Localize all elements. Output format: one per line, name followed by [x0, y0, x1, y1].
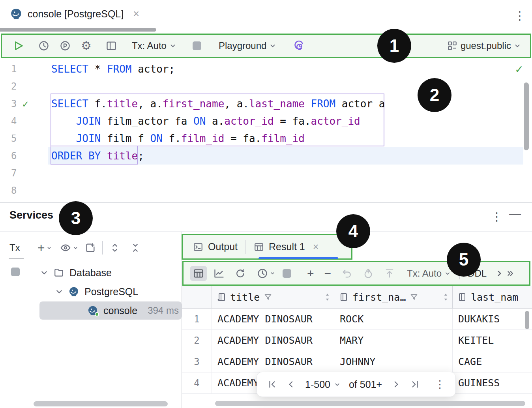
playground-label: Playground [219, 40, 266, 51]
chevron-right-icon[interactable] [495, 270, 503, 277]
code-line[interactable] [51, 165, 385, 182]
history-icon[interactable] [38, 40, 49, 51]
schema-icon [447, 41, 457, 51]
expand-all-icon[interactable] [109, 242, 120, 253]
horizontal-scrollbar-left[interactable] [34, 401, 168, 406]
code-line[interactable]: SELECT f.title, a.first_name, a.last_nam… [51, 95, 385, 112]
grid-view-icon[interactable] [190, 266, 207, 281]
sql-editor[interactable]: 123✓45678 SELECT * FROM actor;SELECT f.t… [0, 58, 532, 202]
minimize-icon[interactable]: — [509, 207, 521, 220]
kebab-menu-icon[interactable]: ⋮ [514, 9, 526, 22]
tab-output[interactable]: Output [193, 241, 238, 253]
collapse-all-icon[interactable] [130, 242, 141, 253]
column-header-title[interactable]: title [212, 286, 334, 308]
table-scrollbar[interactable] [525, 311, 529, 329]
chevron-down-icon [445, 271, 450, 276]
cell-title[interactable]: ACADEMY DINOSAUR [212, 330, 334, 351]
cell-last-name[interactable]: DUKAKIS [452, 309, 532, 329]
explain-plan-icon[interactable] [60, 40, 71, 51]
callout-3: 3 [59, 201, 93, 235]
code-line[interactable] [51, 182, 385, 199]
column-header-last-name[interactable]: last_nam [452, 286, 532, 308]
tab-result-1[interactable]: Result 1 × [254, 241, 318, 253]
callout-5: 5 [447, 243, 481, 277]
tx-filter-dropdown[interactable]: Tx [9, 242, 20, 253]
status-square [11, 268, 20, 276]
column-icon [457, 292, 467, 302]
cell-title[interactable]: ACADEMY DINOSAUR [212, 309, 334, 329]
chevron-down-icon [514, 43, 521, 49]
tx-mode-label: Tx: Auto [407, 268, 442, 279]
tx-mode-dropdown[interactable]: Tx: Auto [132, 40, 176, 51]
code-line[interactable] [51, 78, 385, 95]
column-header-first-name[interactable]: first_na… [334, 286, 452, 308]
chevron-down-icon[interactable] [40, 269, 48, 277]
close-icon[interactable]: × [133, 9, 139, 19]
editor-scrollbar[interactable] [524, 82, 529, 150]
stop-button[interactable] [193, 41, 201, 50]
schedule-icon[interactable] [257, 268, 268, 279]
kebab-menu-icon[interactable]: ⋮ [435, 378, 445, 391]
sort-icon[interactable] [325, 292, 330, 302]
swirl-icon[interactable] [294, 40, 305, 51]
cell-last-name[interactable]: KEITEL [452, 330, 532, 351]
run-button[interactable] [13, 40, 24, 51]
table-row[interactable]: 1ACADEMY DINOSAURROCKDUKAKIS [182, 309, 532, 330]
layout-icon[interactable] [106, 40, 117, 51]
submit-icon[interactable] [384, 268, 395, 279]
cell-first-name[interactable]: ROCK [334, 309, 452, 329]
code-line[interactable]: JOIN film f ON f.film_id = fa.film_id [51, 130, 385, 147]
code-lines: SELECT * FROM actor;SELECT f.title, a.fi… [51, 60, 385, 199]
first-page-icon[interactable] [267, 379, 277, 389]
line-number: 6 [11, 147, 17, 165]
undo-icon[interactable] [341, 268, 352, 279]
playground-dropdown[interactable]: Playground [219, 40, 276, 51]
filter-icon[interactable] [410, 293, 418, 301]
terminal-icon [193, 242, 203, 252]
editor-tab-console[interactable]: console [PostgreSQL] × [10, 8, 139, 20]
delete-row-icon[interactable]: − [324, 268, 332, 279]
tree-item-database[interactable]: Database [40, 264, 112, 282]
cell-title[interactable]: ACADEMY DINOSAUR [212, 351, 334, 372]
line-number: 2 [11, 78, 17, 95]
code-line[interactable]: ORDER BY title; [51, 147, 385, 165]
code-line[interactable]: JOIN film_actor fa ON a.actor_id = fa.ac… [51, 112, 385, 130]
prev-page-icon[interactable] [286, 379, 296, 389]
cell-last-name[interactable]: CAGE [452, 351, 532, 372]
cell-first-name[interactable]: JOHNNY [334, 351, 452, 372]
horizontal-scrollbar-right[interactable] [215, 401, 525, 406]
filter-icon[interactable] [264, 293, 272, 301]
table-row[interactable]: 2ACADEMY DINOSAURMARYKEITEL [182, 330, 532, 351]
next-page-icon[interactable] [391, 379, 401, 389]
double-chevron-right-icon[interactable] [506, 270, 515, 277]
last-page-icon[interactable] [410, 379, 420, 389]
column-icon [339, 292, 348, 302]
tree-item-console[interactable]: console 394 ms [39, 301, 182, 320]
chart-view-icon[interactable] [214, 268, 225, 279]
refresh-icon[interactable] [235, 268, 246, 279]
page-range-dropdown[interactable]: 1-500 [305, 379, 340, 390]
close-icon[interactable]: × [313, 241, 319, 253]
settings-gear-icon[interactable]: ⚙ [81, 40, 92, 52]
tabstrip-scrollbar[interactable] [0, 28, 156, 32]
cell-first-name[interactable]: MARY [334, 330, 452, 351]
open-new-console-icon[interactable] [85, 242, 96, 253]
cell-last-name[interactable]: GUINESS [452, 372, 532, 393]
code-line[interactable]: SELECT * FROM actor; [51, 60, 385, 78]
chevron-down-icon[interactable] [55, 288, 63, 296]
chevron-down-icon [334, 382, 340, 387]
column-label: last_nam [471, 292, 518, 303]
add-row-icon[interactable]: + [307, 268, 314, 279]
tree-item-postgresql[interactable]: PostgreSQL [55, 283, 138, 301]
schema-dropdown[interactable]: guest.public [447, 40, 521, 51]
editor-tab-bar: console [PostgreSQL] × ⋮ [0, 0, 532, 33]
tx-mode-dropdown[interactable]: Tx: Auto [407, 268, 450, 279]
add-button[interactable]: + [37, 241, 45, 254]
stop-icon[interactable] [283, 269, 291, 278]
sort-icon[interactable] [443, 292, 448, 302]
table-row[interactable]: 3ACADEMY DINOSAURJOHNNYCAGE [182, 351, 532, 372]
rollback-icon[interactable] [363, 268, 374, 279]
eye-icon[interactable] [60, 242, 71, 253]
table-icon [254, 242, 264, 252]
services-menu-icon[interactable]: ⋮ [491, 210, 502, 223]
